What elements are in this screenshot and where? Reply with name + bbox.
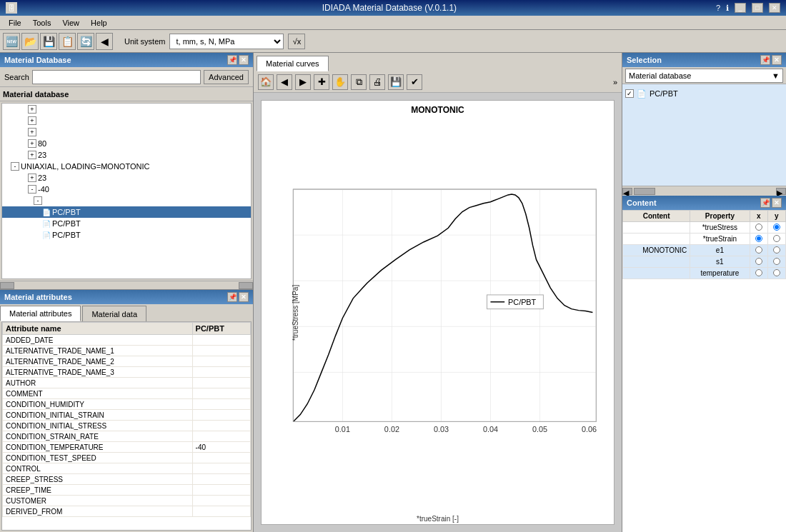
radio-e1-x[interactable] bbox=[755, 246, 762, 254]
refresh-button[interactable]: 🔄 bbox=[77, 33, 94, 50]
svg-text:0.02: 0.02 bbox=[384, 425, 399, 433]
tree-container[interactable]: + + + + 80 + 23 bbox=[1, 103, 252, 279]
window-help-icon[interactable]: ? bbox=[716, 4, 720, 12]
content-table-container[interactable]: Content Property x y *trueStress bbox=[622, 210, 786, 532]
scrollbar-thumb-left[interactable] bbox=[0, 282, 14, 289]
radio-truestrain-x[interactable] bbox=[755, 235, 762, 242]
tree-item[interactable]: + bbox=[2, 104, 251, 115]
content-pin-button[interactable]: 📌 bbox=[760, 198, 770, 208]
cell-y-e1[interactable] bbox=[767, 245, 785, 256]
sqrt-button[interactable]: √x bbox=[288, 34, 305, 49]
chart-zoom-button[interactable]: ⧉ bbox=[351, 74, 367, 90]
unit-system-select[interactable]: t, mm, s, N, MPa kg, m, s, N, Pa bbox=[169, 34, 284, 49]
radio-temp-x[interactable] bbox=[755, 269, 762, 276]
chart-print-button[interactable]: 🖨 bbox=[369, 74, 385, 90]
selection-close-button[interactable]: ✕ bbox=[772, 55, 782, 65]
tree-item-pcpbt-1[interactable]: 📄 PC/PBT bbox=[2, 206, 251, 218]
radio-s1-y[interactable] bbox=[773, 258, 780, 265]
cell-y[interactable] bbox=[767, 222, 785, 234]
radio-e1-y[interactable] bbox=[773, 246, 780, 254]
save-button[interactable]: 💾 bbox=[40, 33, 57, 50]
menu-file[interactable]: File bbox=[3, 17, 27, 29]
tree-toggle[interactable]: + bbox=[28, 116, 36, 125]
cell-x-e1[interactable] bbox=[750, 245, 767, 256]
tab-material-attributes[interactable]: Material attributes bbox=[0, 306, 81, 321]
attrs-close-button[interactable]: ✕ bbox=[239, 292, 249, 302]
new-button[interactable]: 🆕 bbox=[3, 33, 20, 50]
attr-name-cell: CONDITION_INITIAL_STRESS bbox=[3, 421, 193, 431]
chart-back-button[interactable]: ◀ bbox=[277, 74, 292, 90]
menu-view[interactable]: View bbox=[56, 17, 85, 29]
attr-value-cell bbox=[192, 378, 250, 388]
cell-y-temp[interactable] bbox=[767, 268, 785, 279]
tree-item-23[interactable]: + 23 bbox=[2, 149, 251, 161]
tree-item-expanded[interactable]: - bbox=[2, 195, 251, 206]
save-as-button[interactable]: 📋 bbox=[59, 33, 76, 50]
maximize-button[interactable]: □ bbox=[752, 3, 763, 13]
selection-pin-button[interactable]: 📌 bbox=[760, 55, 770, 65]
radio-truestrain-y[interactable] bbox=[773, 235, 780, 242]
tree-item-23b[interactable]: + 23 bbox=[2, 172, 251, 184]
close-button[interactable]: ✕ bbox=[769, 3, 780, 13]
open-button[interactable]: 📂 bbox=[21, 33, 39, 50]
minimize-button[interactable]: _ bbox=[735, 3, 746, 13]
chart-pan-button[interactable]: ✋ bbox=[332, 74, 348, 90]
tree-toggle[interactable]: + bbox=[28, 151, 36, 159]
pin-button[interactable]: 📌 bbox=[227, 55, 237, 65]
chart-confirm-button[interactable]: ✔ bbox=[407, 74, 422, 90]
window-info-icon[interactable]: ℹ bbox=[726, 4, 729, 13]
tree-toggle[interactable]: + bbox=[28, 105, 36, 114]
attrs-pin-button[interactable]: 📌 bbox=[227, 292, 237, 302]
radio-truestress-y[interactable] bbox=[773, 224, 780, 231]
tree-toggle[interactable]: - bbox=[34, 196, 42, 205]
radio-temp-y[interactable] bbox=[773, 269, 780, 276]
content-close-button[interactable]: ✕ bbox=[772, 198, 782, 208]
sel-scroll-thumb[interactable] bbox=[634, 188, 655, 195]
tab-material-data[interactable]: Material data bbox=[82, 306, 146, 321]
tree-item-neg40[interactable]: - -40 bbox=[2, 184, 251, 195]
pcpbt-checkbox[interactable]: ✓ bbox=[625, 89, 634, 98]
tree-toggle[interactable]: - bbox=[11, 162, 19, 171]
close-panel-button[interactable]: ✕ bbox=[239, 55, 249, 65]
menu-help[interactable]: Help bbox=[85, 17, 113, 29]
cell-x-temp[interactable] bbox=[750, 268, 767, 279]
radio-truestress-x[interactable] bbox=[755, 224, 762, 231]
tree-toggle[interactable]: + bbox=[28, 174, 36, 182]
tree-toggle[interactable]: + bbox=[28, 139, 36, 148]
tree-toggle[interactable]: - bbox=[28, 185, 36, 194]
cell-x-s1[interactable] bbox=[750, 256, 767, 268]
chart-save-button[interactable]: 💾 bbox=[388, 74, 404, 90]
tree-item[interactable]: + bbox=[2, 126, 251, 138]
tree-item-pcpbt-2[interactable]: 📄 PC/PBT bbox=[2, 218, 251, 229]
tree-node-label: -40 bbox=[38, 185, 49, 194]
selection-title: Selection bbox=[627, 56, 662, 64]
tab-material-curves[interactable]: Material curves bbox=[257, 56, 329, 71]
selection-hscrollbar[interactable]: ◀ ▶ bbox=[622, 186, 786, 196]
selection-item-pcpbt[interactable]: ✓ 📄 PC/PBT bbox=[625, 87, 783, 100]
selection-panel: Selection 📌 ✕ Material database ▼ ✓ 📄 PC… bbox=[622, 53, 786, 196]
radio-s1-x[interactable] bbox=[755, 258, 762, 265]
scrollbar-thumb-right[interactable] bbox=[239, 282, 253, 289]
chart-add-button[interactable]: ✚ bbox=[314, 74, 329, 90]
chart-home-button[interactable]: 🏠 bbox=[258, 74, 274, 90]
sel-scroll-left[interactable]: ◀ bbox=[622, 188, 632, 195]
cell-x[interactable] bbox=[750, 234, 767, 245]
back-button[interactable]: ◀ bbox=[96, 33, 113, 50]
tree-item-uniaxial[interactable]: - UNIAXIAL, LOADING=MONOTONIC bbox=[2, 161, 251, 172]
cell-y-s1[interactable] bbox=[767, 256, 785, 268]
cell-x[interactable] bbox=[750, 222, 767, 234]
tree-item[interactable]: + bbox=[2, 115, 251, 126]
menu-tools[interactable]: Tools bbox=[27, 17, 57, 29]
tree-hscrollbar[interactable] bbox=[0, 281, 253, 289]
chart-forward-button[interactable]: ▶ bbox=[295, 74, 311, 90]
tree-item-pcpbt-3[interactable]: 📄 PC/PBT bbox=[2, 229, 251, 241]
chart-expander[interactable]: » bbox=[613, 78, 617, 86]
attrs-table-container[interactable]: Attribute name PC/PBT ADDED_DATEALTERNAT… bbox=[1, 321, 252, 531]
tree-toggle[interactable]: + bbox=[28, 128, 36, 136]
advanced-button[interactable]: Advanced bbox=[204, 70, 249, 84]
cell-y[interactable] bbox=[767, 234, 785, 245]
search-input[interactable] bbox=[32, 70, 201, 84]
sel-scroll-right[interactable]: ▶ bbox=[776, 188, 786, 195]
tree-item-80[interactable]: + 80 bbox=[2, 138, 251, 149]
material-db-dropdown[interactable]: Material database ▼ bbox=[625, 69, 783, 83]
